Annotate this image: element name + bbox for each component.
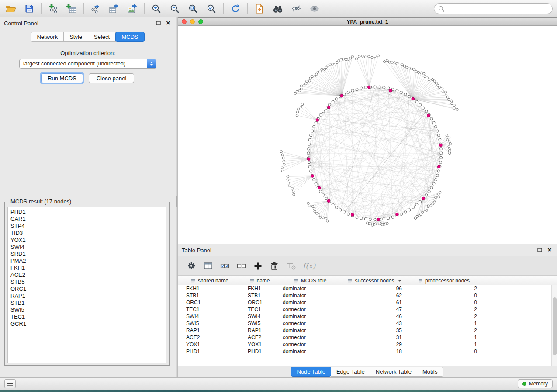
search-box[interactable] [434,3,553,14]
mcds-result-item[interactable]: FKH1 [10,265,166,272]
mcds-result-item[interactable]: PHD1 [10,209,166,216]
optimization-dropdown[interactable]: largest connected component (undirected) [19,59,156,69]
tab-network[interactable]: Network [31,32,64,42]
table-cell: dominator [278,285,343,292]
mcds-result-item[interactable]: RAP1 [10,292,166,299]
table-cell: SWI5 [178,320,242,327]
float-table-panel-icon[interactable] [536,247,543,254]
close-table-panel-icon[interactable]: × [546,247,553,254]
export-image-icon [127,4,138,14]
table-row[interactable]: YOX1YOX1connector291 [178,341,551,348]
table-cell: connector [278,341,343,347]
minimize-window-button[interactable] [190,19,195,24]
mcds-result-item[interactable]: GCR1 [10,320,166,327]
splitter-handle-icon[interactable] [176,196,177,207]
table-row[interactable]: ACE2ACE2connector311 [178,334,551,341]
mcds-result-item[interactable]: SRD1 [10,251,166,258]
mcds-result-item[interactable]: CAR1 [10,216,166,223]
main-toolbar [0,0,557,17]
table-row[interactable]: RAP1RAP1dominator352 [178,327,551,334]
table-cell: 1 [407,341,481,347]
mcds-result-item[interactable]: SWI4 [10,244,166,251]
show-columns-button[interactable] [202,260,214,272]
delete-table-button-disabled [285,260,297,272]
import-network-button[interactable] [47,2,60,15]
mcds-result-item[interactable]: TID3 [10,230,166,237]
table-cell: TEC1 [178,306,242,313]
tab-edge-table[interactable]: Edge Table [331,367,370,377]
table-row[interactable]: PHD1PHD1dominator180 [178,348,551,355]
search-input[interactable] [447,6,548,12]
network-graph-svg[interactable] [178,26,557,244]
mcds-result-item[interactable]: SWI5 [10,306,166,313]
zoom-out-button[interactable] [168,2,181,15]
mcds-result-item[interactable]: STB1 [10,299,166,306]
float-panel-icon[interactable] [155,20,162,27]
table-cell: 0 [407,348,481,354]
network-canvas[interactable] [178,26,557,244]
mcds-result-item[interactable]: STB5 [10,279,166,285]
tab-select[interactable]: Select [88,32,116,42]
deselect-all-button[interactable] [235,260,247,272]
column-header-predecessor-nodes[interactable]: predecessor nodes [407,276,481,285]
table-row[interactable]: ORC1ORC1dominator610 [178,299,551,306]
column-header-shared-name[interactable]: shared name [178,276,242,285]
export-network-button[interactable] [89,2,102,15]
scrollbar-thumb[interactable] [553,297,557,355]
close-panel-icon[interactable]: × [165,20,172,27]
mcds-result-item[interactable]: ORC1 [10,285,166,292]
zoom-selected-icon [207,4,216,14]
export-table-icon [109,4,119,14]
save-session-button[interactable] [23,2,36,15]
column-header-successor-nodes[interactable]: successor nodes [343,276,407,285]
mcds-result-item[interactable]: ACE2 [10,272,166,279]
mcds-result-list[interactable]: PHD1CAR1STP4TID3YOX1SWI4SRD1PMA2FKH1ACE2… [7,207,166,363]
tab-node-table[interactable]: Node Table [291,367,331,377]
import-table-button[interactable] [65,2,78,15]
status-menu-button[interactable] [4,379,16,388]
mcds-result-item[interactable]: STP4 [10,223,166,230]
close-panel-button[interactable]: Close panel [89,73,134,83]
tab-network-table[interactable]: Network Table [370,367,417,377]
table-scrollbar[interactable] [551,285,557,366]
refresh-network-button[interactable] [229,2,242,15]
tab-mcds[interactable]: MCDS [115,32,144,42]
close-window-button[interactable] [182,19,187,24]
table-settings-button[interactable] [186,260,197,272]
tab-style[interactable]: Style [63,32,88,42]
table-row[interactable]: FKH1FKH1dominator962 [178,285,551,292]
mcds-result-item[interactable]: YOX1 [10,237,166,244]
mcds-result-item[interactable]: TEC1 [10,313,166,320]
table-row[interactable]: TEC1TEC1connector472 [178,306,551,313]
table-cell: SWI4 [178,313,242,320]
select-all-button[interactable] [219,260,230,272]
zoom-fit-button[interactable] [187,2,200,15]
table-cell: STB1 [242,292,278,299]
table-row[interactable]: STB1STB1dominator620 [178,292,551,299]
table-cell: ORC1 [178,299,242,306]
export-image-button[interactable] [126,2,139,15]
create-column-button[interactable] [252,260,263,272]
zoom-out-icon [170,4,180,14]
delete-column-button[interactable] [269,260,280,272]
column-header-name[interactable]: name [242,276,278,285]
column-header-mcds-role[interactable]: MCDS role [278,276,343,285]
export-table-button[interactable] [107,2,121,15]
maximize-window-button[interactable] [198,19,203,24]
graphics-details-button[interactable] [290,2,303,15]
table-row[interactable]: SWI5SWI5connector431 [178,320,551,327]
open-session-button[interactable] [4,2,17,15]
share-document-button[interactable] [253,2,266,15]
run-mcds-button[interactable]: Run MCDS [41,73,83,83]
first-neighbors-button[interactable] [271,2,284,15]
table-cell: 2 [407,327,481,334]
network-titlebar[interactable]: YPA_prune.txt_1 [178,18,557,26]
checkboxes-checked-icon [220,261,229,270]
tab-motifs[interactable]: Motifs [417,367,443,377]
zoom-selected-button[interactable] [205,2,218,15]
mcds-result-item[interactable]: PMA2 [10,258,166,265]
birds-eye-view-button[interactable] [308,2,321,15]
zoom-in-button[interactable] [150,2,163,15]
table-row[interactable]: SWI4SWI4dominator462 [178,313,551,320]
memory-button[interactable]: Memory [518,379,553,388]
